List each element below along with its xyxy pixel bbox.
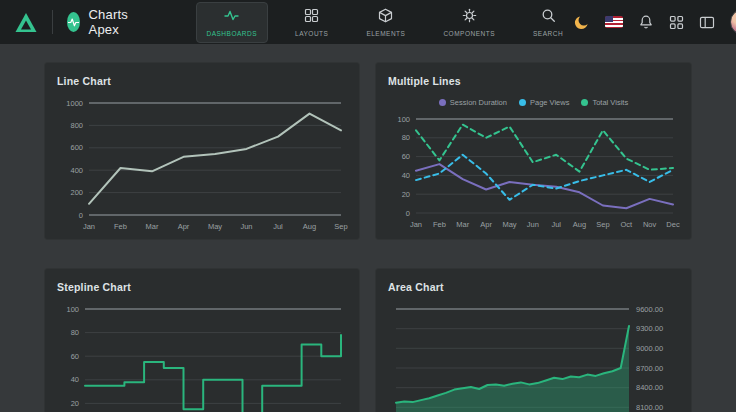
area-chart: 8100.008400.008700.009000.009300.009600.… (388, 301, 681, 412)
svg-text:80: 80 (402, 133, 410, 142)
search-icon (541, 8, 556, 27)
user-avatar[interactable] (730, 9, 736, 35)
svg-text:Jul: Jul (551, 220, 561, 229)
menu-item-dashboards[interactable]: DASHBOARDS (196, 2, 269, 43)
menu-item-label: DASHBOARDS (207, 30, 258, 37)
legend-dot (439, 99, 446, 106)
top-navbar: Charts Apex DASHBOARDS LAYOUTS (0, 0, 736, 44)
menu-item-label: SEARCH (533, 30, 563, 37)
svg-text:8100.00: 8100.00 (636, 403, 663, 412)
menu-item-label: LAYOUTS (295, 30, 328, 37)
svg-text:May: May (208, 222, 222, 231)
main-menu: DASHBOARDS LAYOUTS ELEMENTS (196, 2, 575, 43)
menu-item-components[interactable]: COMPONENTS (432, 2, 506, 43)
bell-icon (638, 14, 654, 30)
legend-item[interactable]: Page Views (519, 98, 569, 107)
svg-text:Feb: Feb (433, 220, 446, 229)
legend-dot (519, 99, 526, 106)
svg-text:Aug: Aug (573, 220, 586, 229)
chart-legend: Session DurationPage ViewsTotal Visits (388, 95, 679, 109)
svg-text:Jun: Jun (527, 220, 539, 229)
legend-label: Total Visits (592, 98, 628, 107)
svg-text:Sep: Sep (334, 222, 347, 231)
svg-text:8400.00: 8400.00 (636, 383, 663, 392)
svg-text:600: 600 (70, 143, 83, 152)
moon-icon (574, 14, 590, 30)
svg-text:Apr: Apr (480, 220, 492, 229)
columns-icon (699, 15, 715, 30)
svg-text:200: 200 (70, 188, 83, 197)
svg-text:Dec: Dec (666, 220, 680, 229)
gear-icon (462, 8, 477, 27)
svg-text:Aug: Aug (303, 222, 316, 231)
stepline-chart: 020406080100 (57, 301, 349, 412)
svg-text:Sep: Sep (596, 220, 609, 229)
svg-text:20: 20 (402, 190, 410, 199)
box-icon (378, 8, 393, 27)
svg-text:Jul: Jul (273, 222, 283, 231)
navbar-actions (574, 9, 736, 35)
navbar-divider (52, 10, 53, 34)
svg-text:Nov: Nov (643, 220, 657, 229)
svg-text:0: 0 (79, 211, 83, 220)
multiple-lines-chart: 020406080100JanFebMarAprMayJunJulAugSepO… (388, 111, 681, 233)
page-title: Charts Apex (89, 7, 136, 37)
us-flag-icon (605, 16, 623, 28)
legend-item[interactable]: Session Duration (439, 98, 507, 107)
card-title: Stepline Chart (57, 281, 347, 293)
svg-text:400: 400 (70, 166, 83, 175)
brand-area: Charts Apex (14, 7, 136, 37)
menu-item-layouts[interactable]: LAYOUTS (284, 2, 339, 43)
card-title: Area Chart (388, 281, 679, 293)
menu-item-label: COMPONENTS (443, 30, 495, 37)
page-content: Line Chart 02004006008001000JanFebMarApr… (0, 44, 736, 412)
svg-text:Apr: Apr (178, 222, 190, 231)
legend-dot (581, 99, 588, 106)
brand-circle-logo[interactable] (67, 12, 80, 32)
svg-text:0: 0 (406, 209, 410, 218)
svg-text:1000: 1000 (66, 99, 83, 108)
notifications-button[interactable] (638, 14, 654, 30)
svg-text:Feb: Feb (114, 222, 127, 231)
menu-item-search[interactable]: SEARCH (522, 2, 574, 43)
layout-grid-icon (304, 8, 319, 27)
svg-text:60: 60 (402, 152, 410, 161)
legend-label: Page Views (530, 98, 569, 107)
pulse-icon (68, 18, 79, 27)
menu-item-elements[interactable]: ELEMENTS (355, 2, 416, 43)
svg-text:Jan: Jan (83, 222, 95, 231)
svg-text:8700.00: 8700.00 (636, 364, 663, 373)
card-title: Line Chart (57, 75, 347, 87)
language-flag-button[interactable] (605, 16, 623, 28)
svg-text:100: 100 (66, 305, 79, 314)
legend-label: Session Duration (450, 98, 507, 107)
legend-item[interactable]: Total Visits (581, 98, 628, 107)
svg-text:9300.00: 9300.00 (636, 324, 663, 333)
apps-button[interactable] (669, 15, 684, 30)
svg-text:800: 800 (70, 121, 83, 130)
area-chart-card: Area Chart 8100.008400.008700.009000.009… (375, 268, 692, 412)
multiple-lines-card: Multiple Lines Session DurationPage View… (375, 62, 692, 240)
line-chart: 02004006008001000JanFebMarAprMayJunJulAu… (57, 95, 349, 235)
svg-text:60: 60 (71, 352, 79, 361)
svg-text:Jan: Jan (410, 220, 422, 229)
svg-text:Mar: Mar (456, 220, 469, 229)
svg-text:40: 40 (402, 171, 410, 180)
svg-text:Mar: Mar (146, 222, 159, 231)
svg-text:80: 80 (71, 328, 79, 337)
apps-grid-icon (669, 15, 684, 30)
brand-triangle-logo[interactable] (14, 12, 38, 33)
theme-toggle-button[interactable] (574, 14, 590, 30)
svg-text:May: May (502, 220, 516, 229)
pulse-icon (224, 8, 239, 27)
menu-item-label: ELEMENTS (366, 30, 405, 37)
svg-text:40: 40 (71, 375, 79, 384)
svg-text:Jun: Jun (240, 222, 252, 231)
sidebar-toggle-button[interactable] (699, 15, 715, 30)
line-chart-card: Line Chart 02004006008001000JanFebMarApr… (44, 62, 360, 240)
card-title: Multiple Lines (388, 75, 679, 87)
svg-text:100: 100 (397, 115, 410, 124)
svg-text:20: 20 (71, 399, 79, 408)
svg-text:9000.00: 9000.00 (636, 344, 663, 353)
charts-grid: Line Chart 02004006008001000JanFebMarApr… (44, 62, 692, 412)
